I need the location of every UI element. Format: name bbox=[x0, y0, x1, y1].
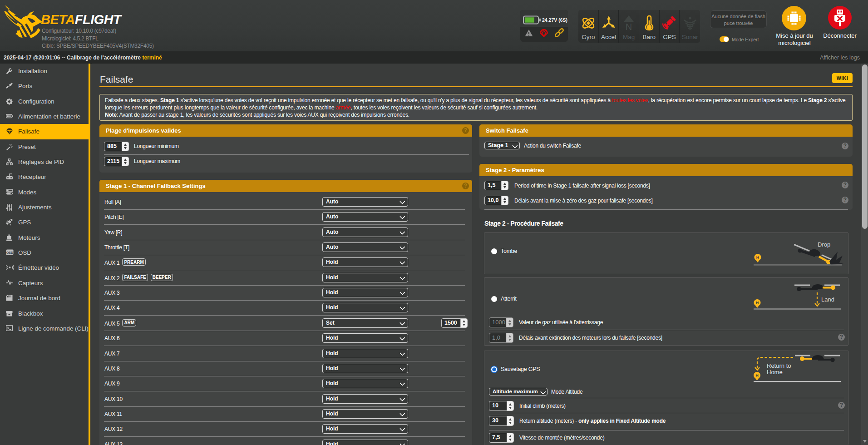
svg-text:Drop: Drop bbox=[818, 241, 830, 248]
svg-text:OSD: OSD bbox=[6, 251, 13, 254]
svg-text:H: H bbox=[756, 301, 759, 305]
svg-text:Home: Home bbox=[767, 369, 783, 376]
svg-text:Return to: Return to bbox=[767, 362, 791, 369]
svg-text:N: N bbox=[626, 22, 632, 31]
svg-text:H: H bbox=[756, 255, 760, 260]
svg-text:H: H bbox=[755, 373, 759, 378]
svg-text:Land: Land bbox=[821, 296, 834, 303]
